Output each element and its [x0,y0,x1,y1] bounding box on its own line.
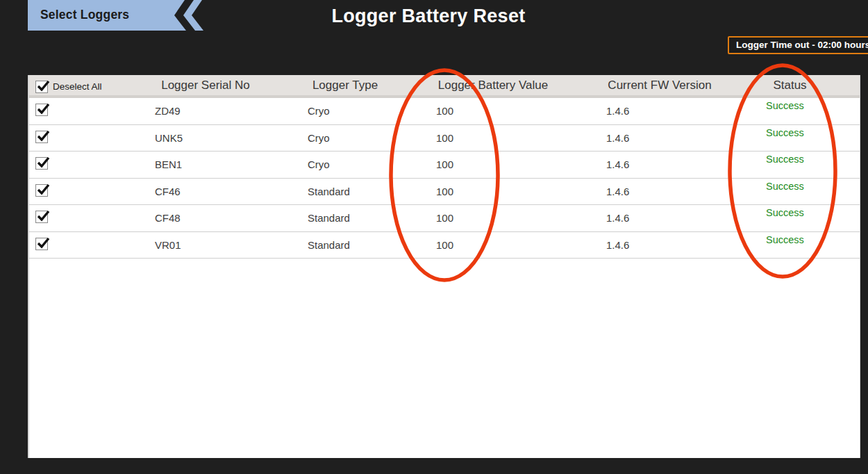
table-row[interactable]: ZD49 Cryo 100 1.4.6 Success [29,98,860,125]
column-header-battery[interactable]: Logger Battery Value [417,79,569,92]
type-cell: Cryo [269,132,370,144]
table-row[interactable]: CF48 Standard 100 1.4.6 Success [29,205,860,232]
type-cell: Standard [269,186,370,197]
row-checkbox[interactable] [35,157,48,170]
table-body: ZD49 Cryo 100 1.4.6 Success UNK5 Cryo 10… [29,98,860,259]
checkmark-icon [35,155,51,170]
checkmark-icon [35,209,51,224]
logger-timeout-badge: Logger Time out - 02:00 hours [728,36,868,54]
column-header-type[interactable]: Logger Type [294,79,396,92]
fw-cell: 1.4.6 [521,105,717,117]
logger-table: Deselect All Logger Serial No Logger Typ… [28,75,860,458]
deselect-all-label: Deselect All [53,81,102,92]
fw-cell: 1.4.6 [521,212,717,224]
checkmark-icon [35,79,51,94]
table-row[interactable]: VR01 Standard 100 1.4.6 Success [29,232,860,259]
status-cell: Success [717,152,860,165]
battery-cell: 100 [370,158,521,170]
serial-cell: VR01 [67,239,269,251]
checkmark-icon [35,236,51,251]
serial-cell: ZD49 [67,105,269,117]
battery-cell: 100 [370,212,521,224]
status-cell: Success [717,179,860,192]
checkmark-icon [35,129,51,144]
row-checkbox[interactable] [35,104,48,116]
checkmark-icon [35,101,51,117]
page-title: Logger Battery Reset [0,6,857,27]
serial-cell: CF48 [67,212,269,224]
fw-cell: 1.4.6 [521,158,717,170]
battery-cell: 100 [370,186,521,197]
table-row[interactable]: UNK5 Cryo 100 1.4.6 Success [29,125,860,152]
type-cell: Standard [269,239,370,251]
row-checkbox-cell [29,157,67,172]
table-row[interactable]: BEN1 Cryo 100 1.4.6 Success [29,152,860,179]
status-cell: Success [717,232,860,245]
serial-cell: CF46 [67,186,269,197]
type-cell: Cryo [269,105,370,117]
battery-cell: 100 [370,132,521,144]
select-all-checkbox[interactable] [35,81,48,93]
type-cell: Standard [269,212,370,224]
row-checkbox[interactable] [35,211,48,223]
fw-cell: 1.4.6 [521,239,717,251]
serial-cell: BEN1 [67,158,269,170]
row-checkbox-cell [29,184,67,199]
row-checkbox-cell [29,131,67,145]
row-checkbox-cell [29,238,67,252]
serial-cell: UNK5 [67,132,269,144]
fw-cell: 1.4.6 [521,132,717,144]
table-row[interactable]: CF46 Standard 100 1.4.6 Success [29,179,860,206]
battery-cell: 100 [370,105,521,117]
deselect-all-group[interactable]: Deselect All [35,75,102,98]
checkmark-icon [35,182,51,197]
row-checkbox[interactable] [35,131,48,143]
row-checkbox-cell [29,104,67,118]
row-checkbox[interactable] [35,238,48,250]
app-window: Select Loggers Logger Battery Reset Logg… [0,0,868,474]
column-header-serial[interactable]: Logger Serial No [105,79,306,92]
column-header-status[interactable]: Status [719,79,861,92]
status-cell: Success [717,98,860,111]
battery-cell: 100 [370,239,521,251]
fw-cell: 1.4.6 [521,186,717,197]
status-cell: Success [717,125,860,138]
row-checkbox-cell [29,211,67,225]
status-cell: Success [717,205,860,218]
type-cell: Cryo [269,158,370,170]
table-header-row: Deselect All Logger Serial No Logger Typ… [29,75,860,98]
row-checkbox[interactable] [35,184,48,197]
